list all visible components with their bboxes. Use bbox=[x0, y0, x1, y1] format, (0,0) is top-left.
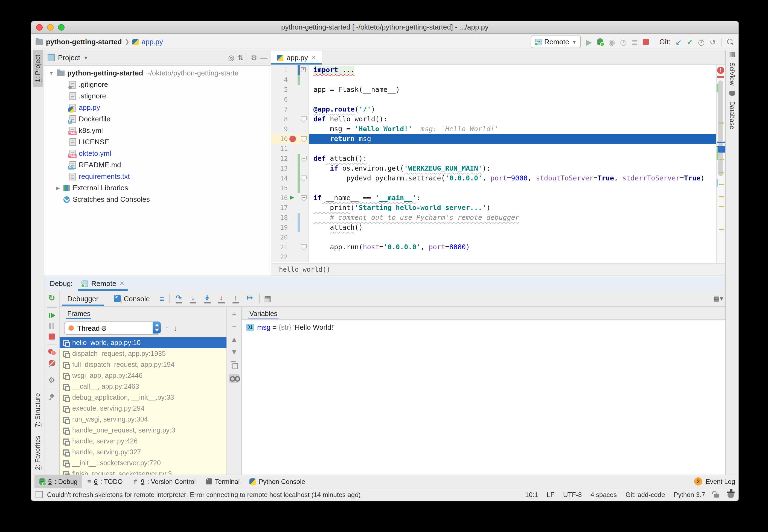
fold-marker-icon[interactable] bbox=[301, 244, 307, 250]
frame-row[interactable]: run_wsgi, serving.py:304 bbox=[60, 414, 226, 425]
code-line-text[interactable] bbox=[309, 75, 716, 85]
toolwindow-tab-pythonconsole[interactable]: Python Console bbox=[245, 475, 309, 488]
frame-row[interactable]: debug_application, __init__.py:33 bbox=[60, 392, 226, 403]
code-line-text[interactable]: return msg bbox=[309, 134, 716, 144]
fold-marker-cell[interactable] bbox=[300, 252, 308, 262]
fold-marker-icon[interactable] bbox=[301, 156, 307, 162]
step-out-icon[interactable]: ↑ bbox=[230, 294, 240, 303]
code-line[interactable]: 10 return msg bbox=[271, 134, 716, 144]
sidebar-item-database[interactable]: Database bbox=[727, 97, 737, 134]
variables-pane-header[interactable]: Variables bbox=[242, 307, 725, 320]
fold-marker-cell[interactable] bbox=[300, 223, 308, 232]
gutter-icon-cell[interactable] bbox=[288, 183, 297, 193]
minimize-window-button[interactable] bbox=[47, 24, 54, 31]
fold-marker-icon[interactable] bbox=[301, 176, 307, 182]
code-line[interactable]: 22 bbox=[271, 252, 716, 262]
code-line-text[interactable]: @app.route('/') bbox=[309, 104, 716, 114]
debug-settings-gear-icon[interactable]: ⚙ bbox=[48, 376, 55, 384]
show-watches-glasses-icon[interactable] bbox=[229, 374, 239, 383]
code-line-text[interactable] bbox=[309, 144, 716, 154]
step-over-icon[interactable]: ↷ bbox=[174, 294, 183, 303]
toolwindow-tab-debug[interactable]: 5: Debug bbox=[34, 475, 82, 488]
code-line-text[interactable]: app = Flask(__name__) bbox=[309, 85, 716, 95]
code-line[interactable]: 13 if os.environ.get('WERKZEUG_RUN_MAIN'… bbox=[271, 163, 716, 173]
attach-to-process-icon[interactable]: ◉ bbox=[608, 36, 615, 47]
gutter-icon-cell[interactable] bbox=[288, 114, 297, 124]
fold-marker-cell[interactable] bbox=[300, 75, 308, 85]
fold-marker-cell[interactable] bbox=[300, 242, 308, 252]
code-line-text[interactable]: attach() bbox=[309, 223, 716, 232]
debug-button[interactable] bbox=[597, 38, 603, 45]
gutter-icon-cell[interactable] bbox=[288, 124, 297, 134]
run-configuration-select[interactable]: Remote ▼ bbox=[531, 36, 581, 48]
tree-item-okteto-yml[interactable]: YMLokteto.yml bbox=[44, 148, 271, 159]
status-item-python-3-7[interactable]: Python 3.7 bbox=[674, 491, 705, 498]
code-line-text[interactable]: def attach(): bbox=[309, 154, 716, 163]
expander-icon[interactable]: ▼ bbox=[49, 70, 54, 76]
pause-icon[interactable] bbox=[49, 323, 54, 329]
tab-debugger[interactable]: Debugger bbox=[62, 291, 104, 306]
code-line-text[interactable] bbox=[309, 183, 716, 193]
code-line-text[interactable]: if os.environ.get('WERKZEUG_RUN_MAIN'): bbox=[309, 163, 716, 173]
status-item-4-spaces[interactable]: 4 spaces bbox=[591, 491, 617, 498]
sidebar-item-favorites[interactable]: 2: Favorites bbox=[33, 432, 42, 475]
profiler-icon[interactable]: ◷ bbox=[620, 36, 627, 47]
tab-console[interactable]: Console bbox=[108, 291, 155, 306]
code-line-text[interactable]: def hello_world(): bbox=[309, 114, 716, 124]
code-line[interactable]: 21 app.run(host='0.0.0.0', port=8080) bbox=[271, 242, 716, 252]
fold-marker-cell[interactable] bbox=[300, 85, 308, 95]
resume-icon[interactable] bbox=[48, 312, 55, 319]
git-update-icon[interactable]: ↙ bbox=[675, 36, 682, 47]
gutter-icon-cell[interactable] bbox=[288, 203, 297, 213]
git-history-icon[interactable]: ◷ bbox=[698, 36, 705, 47]
status-item-lf[interactable]: LF bbox=[547, 491, 554, 498]
fold-marker-icon[interactable] bbox=[301, 116, 307, 122]
next-frame-icon[interactable]: ↓ bbox=[173, 324, 177, 332]
error-count-indicator[interactable]: ! bbox=[717, 67, 724, 74]
remove-watch-icon[interactable]: − bbox=[232, 324, 236, 330]
fold-marker-cell[interactable] bbox=[300, 213, 308, 223]
tree-item--gitignore[interactable]: .gitignore bbox=[44, 79, 271, 90]
code-line-text[interactable] bbox=[309, 95, 716, 104]
run-button[interactable]: ▶ bbox=[586, 36, 592, 47]
code-line[interactable]: 7@app.route('/') bbox=[271, 104, 716, 114]
gutter-icon-cell[interactable] bbox=[288, 213, 297, 223]
frame-row[interactable]: handle, serving.py:327 bbox=[60, 447, 226, 458]
tree-item-dockerfile[interactable]: DDockerfile bbox=[44, 113, 271, 125]
status-item-utf-8[interactable]: UTF-8 bbox=[563, 491, 582, 498]
editor-tab-app-py[interactable]: app.py ✕ bbox=[271, 51, 322, 65]
code-line-text[interactable] bbox=[309, 232, 716, 242]
breadcrumb-project[interactable]: python-getting-started bbox=[46, 38, 122, 46]
status-item-git--add-code[interactable]: Git: add-code bbox=[626, 491, 665, 498]
expander-icon[interactable]: ▶ bbox=[55, 185, 61, 191]
code-line[interactable]: 18 # comment out to use Pycharm's remote… bbox=[271, 213, 716, 223]
fold-marker-cell[interactable] bbox=[300, 124, 308, 134]
gutter-icon-cell[interactable]: ▶ bbox=[288, 193, 297, 203]
move-up-icon[interactable]: ▲ bbox=[230, 336, 238, 343]
tree-item-scratches-and-consoles[interactable]: Scratches and Consoles bbox=[44, 194, 271, 205]
run-line-icon[interactable]: ▶ bbox=[290, 194, 294, 200]
git-commit-icon[interactable]: ✓ bbox=[687, 36, 693, 47]
gutter-icon-cell[interactable] bbox=[288, 223, 297, 232]
code-line[interactable]: 11 bbox=[271, 144, 716, 154]
gutter-icon-cell[interactable] bbox=[288, 242, 297, 252]
thread-select[interactable]: Thread-8 bbox=[64, 321, 161, 335]
tree-item-app-py[interactable]: app.py bbox=[44, 102, 271, 113]
code-line[interactable]: 17 print('Starting hello-world server...… bbox=[271, 203, 716, 213]
fold-marker-cell[interactable] bbox=[300, 193, 308, 203]
fold-marker-cell[interactable] bbox=[300, 154, 308, 163]
gutter-icon-cell[interactable] bbox=[288, 173, 297, 183]
fold-marker-cell[interactable] bbox=[300, 163, 308, 173]
view-options-icon[interactable]: ≡ bbox=[160, 294, 165, 303]
gutter-icon-cell[interactable] bbox=[288, 232, 297, 242]
frame-row[interactable]: finish_request, socketserver.py:3 bbox=[60, 469, 226, 475]
code-line[interactable]: 4 bbox=[271, 75, 716, 85]
tree-root-row[interactable]: ▼python-getting-started~/okteto/python-g… bbox=[44, 67, 271, 79]
gutter-icon-cell[interactable] bbox=[288, 104, 297, 114]
tree-item--stignore[interactable]: .stignore bbox=[44, 90, 271, 102]
sidebar-item-project[interactable]: 1: Project bbox=[33, 50, 42, 87]
frame-row[interactable]: __init__, socketserver.py:720 bbox=[60, 458, 226, 469]
search-everywhere-icon[interactable] bbox=[726, 38, 734, 46]
frame-row[interactable]: handle_one_request, serving.py:3 bbox=[60, 425, 226, 436]
hide-panel-icon[interactable]: — bbox=[260, 54, 267, 62]
